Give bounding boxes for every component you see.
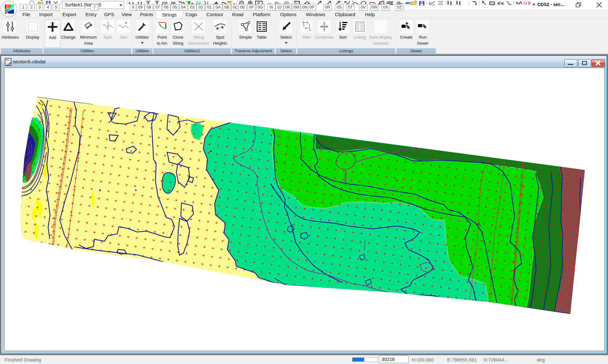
svg-text:K·K: K·K — [498, 2, 504, 5]
svg-text:W.L: W.L — [6, 59, 10, 61]
